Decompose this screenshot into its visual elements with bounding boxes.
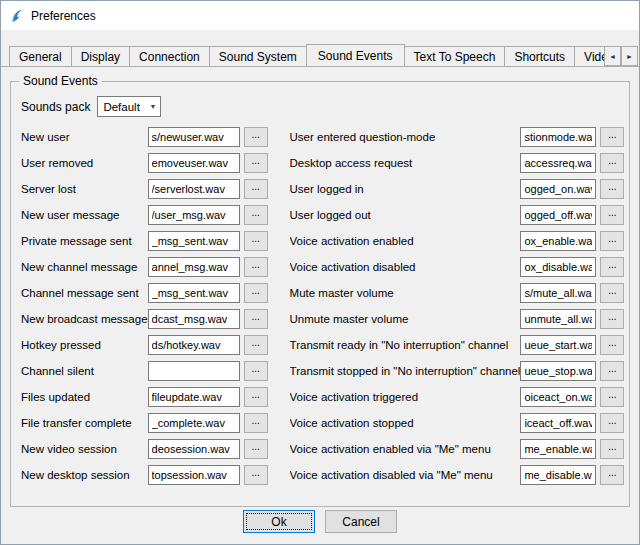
browse-button[interactable]: ... [600, 439, 624, 459]
browse-button[interactable]: ... [244, 179, 268, 199]
browse-button[interactable]: ... [244, 413, 268, 433]
sound-event-label: Transmit stopped in "No interruption" ch… [290, 365, 521, 377]
sound-file-input[interactable] [520, 127, 596, 147]
browse-button[interactable]: ... [244, 283, 268, 303]
sound-file-input[interactable] [520, 257, 596, 277]
cancel-button[interactable]: Cancel [325, 510, 397, 533]
browse-button[interactable]: ... [600, 387, 624, 407]
sound-file-input[interactable] [520, 465, 596, 485]
browse-button[interactable]: ... [600, 335, 624, 355]
browse-button[interactable]: ... [600, 465, 624, 485]
browse-button[interactable]: ... [244, 257, 268, 277]
sound-event-label: User entered question-mode [290, 131, 521, 143]
sound-file-input[interactable] [148, 413, 240, 433]
sound-event-label: Transmit ready in "No interruption" chan… [290, 339, 521, 351]
sound-file-input[interactable] [520, 179, 596, 199]
window-title: Preferences [31, 9, 96, 23]
sound-file-input[interactable] [520, 413, 596, 433]
sound-file-input[interactable] [520, 309, 596, 329]
sound-event-label: New video session [21, 443, 148, 455]
browse-button[interactable]: ... [244, 231, 268, 251]
sound-file-input[interactable] [520, 231, 596, 251]
sound-file-input[interactable] [520, 335, 596, 355]
sound-file-input[interactable] [148, 257, 240, 277]
browse-button[interactable]: ... [600, 179, 624, 199]
sound-file-input[interactable] [148, 335, 240, 355]
browse-button[interactable]: ... [600, 127, 624, 147]
sound-event-label: Private message sent [21, 235, 148, 247]
sound-event-label: Voice activation triggered [290, 391, 521, 403]
sound-event-label: New user message [21, 209, 148, 221]
sound-event-label: Files updated [21, 391, 148, 403]
sound-file-input[interactable] [520, 205, 596, 225]
tab-scroll-buttons: ◄ ► [604, 46, 638, 66]
tab-general[interactable]: General [9, 46, 72, 66]
sound-file-input[interactable] [520, 439, 596, 459]
tab-scroll-left-button[interactable]: ◄ [604, 46, 621, 66]
sound-event-row: Transmit stopped in "No interruption" ch… [290, 361, 625, 381]
sound-file-input[interactable] [520, 153, 596, 173]
browse-button[interactable]: ... [600, 283, 624, 303]
sound-file-input[interactable] [148, 439, 240, 459]
sound-event-row: Unmute master volume... [290, 309, 625, 329]
sound-file-input[interactable] [520, 361, 596, 381]
browse-button[interactable]: ... [600, 309, 624, 329]
preferences-window: Preferences GeneralDisplayConnectionSoun… [0, 0, 640, 545]
browse-button[interactable]: ... [244, 153, 268, 173]
sound-event-label: Voice activation enabled via "Me" menu [290, 443, 521, 455]
sound-event-label: Desktop access request [290, 157, 521, 169]
browse-button[interactable]: ... [244, 127, 268, 147]
sound-file-input[interactable] [148, 387, 240, 407]
tab-shortcuts[interactable]: Shortcuts [504, 46, 575, 66]
sound-event-row: New broadcast message... [21, 309, 268, 329]
sound-event-label: New desktop session [21, 469, 148, 481]
browse-button[interactable]: ... [244, 309, 268, 329]
sounds-pack-value: Default [103, 101, 139, 113]
browse-button[interactable]: ... [244, 205, 268, 225]
sound-file-input[interactable] [520, 283, 596, 303]
tab-connection[interactable]: Connection [129, 46, 210, 66]
tab-scroll-right-button[interactable]: ► [621, 46, 638, 66]
sound-file-input[interactable] [520, 387, 596, 407]
sounds-pack-combobox[interactable]: Default ▼ [97, 96, 161, 117]
sound-event-label: User logged in [290, 183, 521, 195]
sound-file-input[interactable] [148, 127, 240, 147]
tab-page-sound-events: Sound Events Sounds pack Default ▼ New u… [1, 67, 639, 507]
sound-event-row: Files updated... [21, 387, 268, 407]
sound-file-input[interactable] [148, 179, 240, 199]
chevron-down-icon: ▼ [149, 103, 156, 110]
browse-button[interactable]: ... [600, 361, 624, 381]
sound-event-row: Hotkey pressed... [21, 335, 268, 355]
sound-file-input[interactable] [148, 361, 240, 381]
sound-event-row: New user message... [21, 205, 268, 225]
browse-button[interactable]: ... [244, 465, 268, 485]
tab-sound-events[interactable]: Sound Events [306, 44, 405, 67]
tab-text-to-speech[interactable]: Text To Speech [404, 46, 506, 66]
sound-event-row: Voice activation disabled via "Me" menu.… [290, 465, 625, 485]
sound-file-input[interactable] [148, 283, 240, 303]
sound-file-input[interactable] [148, 205, 240, 225]
sound-event-row: New channel message... [21, 257, 268, 277]
sound-event-row: User entered question-mode... [290, 127, 625, 147]
browse-button[interactable]: ... [244, 335, 268, 355]
ok-button[interactable]: Ok [243, 510, 315, 533]
sound-file-input[interactable] [148, 465, 240, 485]
sound-event-row: User logged in... [290, 179, 625, 199]
sound-event-row: Voice activation triggered... [290, 387, 625, 407]
browse-button[interactable]: ... [600, 153, 624, 173]
sound-event-label: Hotkey pressed [21, 339, 148, 351]
browse-button[interactable]: ... [600, 413, 624, 433]
sound-file-input[interactable] [148, 309, 240, 329]
browse-button[interactable]: ... [600, 257, 624, 277]
browse-button[interactable]: ... [244, 439, 268, 459]
tab-sound-system[interactable]: Sound System [209, 46, 307, 66]
sound-file-input[interactable] [148, 231, 240, 251]
sound-file-input[interactable] [148, 153, 240, 173]
tab-display[interactable]: Display [71, 46, 130, 66]
sound-event-row: User logged out... [290, 205, 625, 225]
browse-button[interactable]: ... [244, 387, 268, 407]
browse-button[interactable]: ... [600, 205, 624, 225]
sound-event-label: New broadcast message [21, 313, 148, 325]
browse-button[interactable]: ... [600, 231, 624, 251]
browse-button[interactable]: ... [244, 361, 268, 381]
